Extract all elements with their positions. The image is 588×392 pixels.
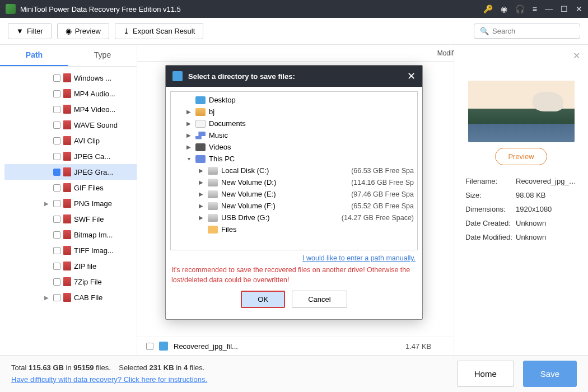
folder-row[interactable]: ▶ bj bbox=[173, 106, 415, 118]
dialog-close-icon[interactable]: ✕ bbox=[407, 70, 416, 82]
folder-row[interactable]: ▶ New Volume (F:) (65.52 GB Free Spa bbox=[173, 200, 415, 212]
folder-row[interactable]: ▶ New Volume (E:) (97.46 GB Free Spa bbox=[173, 188, 415, 200]
folder-row[interactable]: Files bbox=[173, 223, 415, 235]
dialog-title: Select a directory to save files: bbox=[188, 72, 402, 81]
folder-tree[interactable]: Desktop ▶ bj ▶ Documents ▶ Music ▶ Video… bbox=[170, 91, 418, 250]
folder-row[interactable]: ▶ Music bbox=[173, 129, 415, 141]
free-space: (114.16 GB Free Sp bbox=[351, 179, 414, 186]
folder-icon bbox=[208, 202, 218, 210]
chevron-icon[interactable]: ▾ bbox=[185, 156, 192, 162]
folder-icon bbox=[195, 96, 206, 104]
cancel-button[interactable]: Cancel bbox=[292, 291, 347, 308]
free-space: (65.52 GB Free Spa bbox=[351, 202, 414, 210]
folder-icon bbox=[195, 143, 206, 151]
folder-row[interactable]: ▶ USB Drive (G:) (14.27 GB Free Space) bbox=[173, 212, 415, 223]
free-space: (97.46 GB Free Spa bbox=[351, 190, 414, 198]
folder-icon bbox=[208, 167, 218, 175]
folder-row[interactable]: ▶ Videos bbox=[173, 141, 415, 153]
folder-icon bbox=[195, 132, 206, 139]
chevron-icon[interactable]: ▶ bbox=[198, 167, 204, 174]
folder-name: New Volume (E:) bbox=[221, 190, 348, 198]
folder-icon bbox=[208, 179, 218, 186]
modal-overlay: Select a directory to save files: ✕ Desk… bbox=[0, 0, 588, 392]
chevron-icon[interactable]: ▶ bbox=[185, 109, 192, 115]
folder-icon bbox=[195, 120, 206, 128]
folder-icon bbox=[208, 214, 218, 222]
chevron-icon[interactable]: ▶ bbox=[198, 214, 204, 221]
folder-name: New Volume (F:) bbox=[221, 202, 348, 210]
chevron-icon[interactable]: ▶ bbox=[185, 132, 192, 138]
folder-name: New Volume (D:) bbox=[221, 178, 348, 186]
chevron-icon[interactable]: ▶ bbox=[198, 179, 204, 185]
folder-row[interactable]: ▶ New Volume (D:) (114.16 GB Free Sp bbox=[173, 176, 415, 188]
save-directory-dialog: Select a directory to save files: ✕ Desk… bbox=[165, 65, 423, 320]
folder-name: Videos bbox=[209, 143, 410, 151]
dialog-warning-text: It's recommended to save the recovered f… bbox=[170, 263, 418, 288]
folder-name: This PC bbox=[209, 155, 410, 163]
folder-icon bbox=[195, 155, 206, 163]
free-space: (66.53 GB Free Spa bbox=[351, 167, 414, 175]
folder-name: Documents bbox=[209, 119, 410, 128]
chevron-icon[interactable]: ▶ bbox=[185, 144, 192, 150]
ok-button[interactable]: OK bbox=[241, 291, 285, 308]
folder-row[interactable]: ▶ Documents bbox=[173, 118, 415, 129]
free-space: (14.27 GB Free Space) bbox=[342, 214, 414, 222]
manual-path-link[interactable]: I would like to enter a path manually. bbox=[302, 254, 416, 262]
folder-icon bbox=[208, 190, 218, 198]
dialog-icon bbox=[172, 71, 183, 81]
folder-name: Music bbox=[209, 131, 410, 139]
folder-icon bbox=[208, 226, 218, 234]
chevron-icon[interactable]: ▶ bbox=[198, 203, 204, 209]
folder-name: bj bbox=[209, 108, 410, 116]
folder-name: Desktop bbox=[209, 96, 410, 104]
folder-row[interactable]: Desktop bbox=[173, 94, 415, 106]
chevron-icon[interactable]: ▶ bbox=[185, 120, 192, 127]
folder-icon bbox=[195, 108, 206, 116]
folder-row[interactable]: ▾ This PC bbox=[173, 153, 415, 165]
folder-row[interactable]: ▶ Local Disk (C:) (66.53 GB Free Spa bbox=[173, 165, 415, 176]
chevron-icon[interactable]: ▶ bbox=[198, 191, 204, 197]
folder-name: Files bbox=[221, 225, 410, 234]
folder-name: Local Disk (C:) bbox=[221, 166, 348, 175]
folder-name: USB Drive (G:) bbox=[221, 213, 338, 222]
